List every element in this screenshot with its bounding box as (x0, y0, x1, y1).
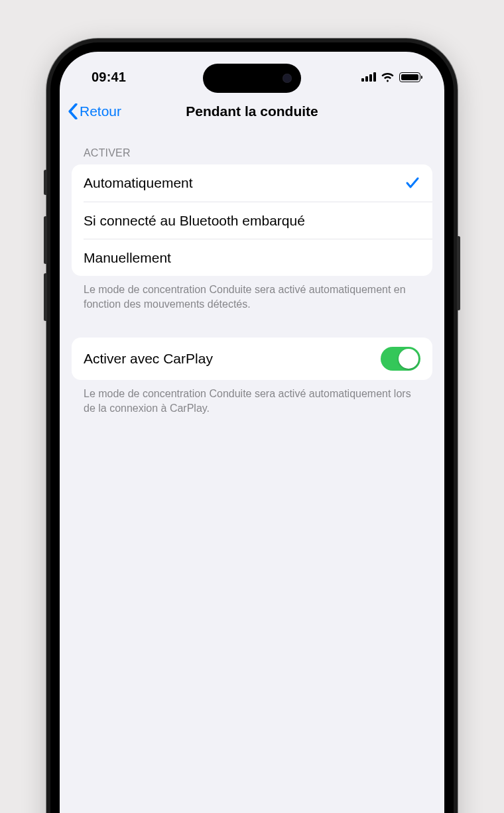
front-camera-icon (283, 74, 292, 83)
silence-switch[interactable] (44, 170, 47, 195)
carplay-label: Activer avec CarPlay (84, 351, 213, 367)
checkmark-icon (405, 175, 420, 191)
cellular-signal-icon (361, 72, 376, 82)
navigation-bar: Retour Pendant la conduite (60, 94, 444, 129)
section-footer-activate: Le mode de concentration Conduite sera a… (72, 276, 432, 311)
activation-options-group: Automatiquement Si connecté au Bluetooth… (72, 164, 432, 276)
battery-icon (399, 72, 420, 82)
wifi-icon (381, 72, 395, 82)
carplay-toggle-row[interactable]: Activer avec CarPlay (72, 338, 432, 380)
volume-up-button[interactable] (44, 216, 47, 264)
volume-down-button[interactable] (44, 273, 47, 321)
chevron-left-icon (68, 103, 78, 119)
toggle-knob (399, 349, 418, 369)
status-time: 09:41 (92, 70, 126, 85)
section-header-activate: Activer (72, 147, 432, 164)
carplay-toggle[interactable] (381, 347, 420, 371)
option-bluetooth[interactable]: Si connecté au Bluetooth embarqué (84, 202, 432, 239)
carplay-group: Activer avec CarPlay (72, 338, 432, 380)
dynamic-island (203, 64, 301, 93)
phone-frame: 09:41 (46, 38, 458, 813)
section-footer-carplay: Le mode de concentration Conduite sera a… (72, 380, 432, 415)
option-label: Manuellement (84, 250, 171, 266)
option-automatically[interactable]: Automatiquement (72, 164, 432, 202)
option-label: Automatiquement (84, 175, 193, 191)
back-button[interactable]: Retour (68, 103, 121, 119)
option-label: Si connecté au Bluetooth embarqué (84, 213, 305, 229)
power-button[interactable] (457, 236, 460, 310)
option-manually[interactable]: Manuellement (84, 239, 432, 276)
back-label: Retour (80, 103, 121, 119)
